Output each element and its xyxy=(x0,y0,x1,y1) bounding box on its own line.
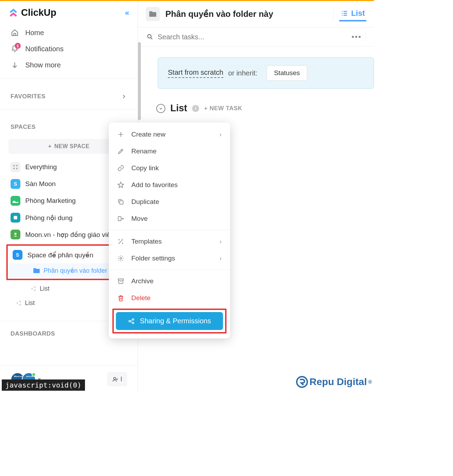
space-2-label: Phòng Marketing xyxy=(25,197,76,205)
menu-rename[interactable]: Rename xyxy=(109,143,230,160)
wand-icon xyxy=(117,238,125,245)
or-inherit-label: or inherit: xyxy=(228,69,257,77)
space-5-label: Space để phân quyền xyxy=(27,251,93,259)
bell-icon: 5 xyxy=(11,45,19,53)
list-1-label: List xyxy=(40,285,50,292)
more-actions-button[interactable]: ••• xyxy=(348,32,366,41)
status-circle-icon xyxy=(32,286,36,291)
svg-point-2 xyxy=(16,165,18,166)
list-section: List i + NEW TASK xyxy=(138,89,374,114)
nav-show-more[interactable]: Show more xyxy=(0,57,138,73)
space-avatar: S xyxy=(13,250,22,260)
menu-duplicate-label: Duplicate xyxy=(131,198,159,206)
svg-rect-5 xyxy=(14,216,17,219)
folder-chip-icon[interactable] xyxy=(146,7,160,21)
favorites-section-header[interactable]: FAVORITES xyxy=(0,85,138,104)
watermark-text: Repu Digital xyxy=(309,376,367,388)
menu-copy-link[interactable]: Copy link xyxy=(109,160,230,177)
chevron-right-icon: › xyxy=(219,131,222,138)
sidebar-collapse-button[interactable]: « xyxy=(125,8,129,18)
menu-move[interactable]: Move xyxy=(109,210,230,227)
status-circle-icon xyxy=(17,301,21,305)
star-icon xyxy=(117,181,125,189)
nav-notifications-label: Notifications xyxy=(25,45,64,53)
menu-add-favorites[interactable]: Add to favorites xyxy=(109,177,230,193)
menu-divider xyxy=(109,270,230,270)
home-icon xyxy=(11,28,19,37)
new-task-button[interactable]: + NEW TASK xyxy=(204,105,242,112)
menu-archive-label: Archive xyxy=(131,277,153,285)
list-header: List i + NEW TASK xyxy=(156,103,366,114)
statuses-dropdown[interactable]: Statuses xyxy=(267,65,307,81)
archive-icon xyxy=(117,278,125,285)
chevron-right-icon xyxy=(121,93,127,100)
online-indicator-icon xyxy=(32,372,36,377)
menu-divider xyxy=(109,230,230,230)
menu-delete[interactable]: Delete xyxy=(109,290,230,306)
folder-label: Phân quyền vào folder xyxy=(44,267,107,275)
folder-icon xyxy=(33,267,40,274)
menu-move-label: Move xyxy=(131,215,147,223)
svg-point-7 xyxy=(113,377,116,379)
menu-create-new[interactable]: Create new › xyxy=(109,126,230,143)
clickup-logo-icon xyxy=(8,8,18,18)
svg-point-16 xyxy=(297,377,307,387)
menu-duplicate[interactable]: Duplicate xyxy=(109,193,230,210)
menu-sharing-label: Sharing & Permissions xyxy=(140,317,211,325)
favorites-label: FAVORITES xyxy=(11,93,46,100)
registered-mark: ® xyxy=(368,379,372,385)
search-tasks[interactable] xyxy=(146,33,343,41)
list-icon xyxy=(341,9,348,17)
plus-icon: + xyxy=(48,143,52,150)
menu-templates-label: Templates xyxy=(131,238,162,245)
move-icon xyxy=(117,215,125,222)
info-icon[interactable]: i xyxy=(192,105,199,112)
repu-logo-icon xyxy=(296,376,308,388)
menu-folder-settings[interactable]: Folder settings › xyxy=(109,250,230,267)
nav-show-more-label: Show more xyxy=(25,61,61,69)
watermark: Repu Digital® xyxy=(296,376,372,388)
svg-point-1 xyxy=(13,165,15,166)
nav-home[interactable]: Home xyxy=(0,25,138,41)
dashboards-label: DASHBOARDS xyxy=(11,330,55,337)
pencil-icon xyxy=(117,148,125,155)
space-avatar xyxy=(11,213,20,223)
folder-context-menu: Create new › Rename Copy link Add to fav… xyxy=(109,123,230,338)
divider xyxy=(0,109,138,110)
menu-create-new-label: Create new xyxy=(131,131,165,138)
svg-rect-9 xyxy=(120,201,123,204)
start-from-scratch-link[interactable]: Start from scratch xyxy=(168,68,223,78)
toolbar-row: ••• xyxy=(138,27,374,47)
menu-copy-link-label: Copy link xyxy=(131,164,159,172)
menu-templates[interactable]: Templates › xyxy=(109,233,230,250)
invite-label: I xyxy=(120,376,122,383)
share-icon xyxy=(128,318,135,325)
search-icon xyxy=(146,33,153,40)
space-1-label: Sàn Moon xyxy=(25,180,56,188)
link-icon xyxy=(117,165,125,172)
arrow-down-icon xyxy=(11,61,19,69)
nav-notifications[interactable]: 5 Notifications xyxy=(0,41,138,57)
svg-rect-10 xyxy=(118,217,121,221)
collapse-toggle-icon[interactable] xyxy=(156,104,165,113)
scrollbar-thumb[interactable] xyxy=(138,42,141,120)
chevron-right-icon: › xyxy=(219,238,222,245)
invite-button[interactable]: I xyxy=(107,372,127,386)
menu-archive[interactable]: Archive xyxy=(109,273,230,290)
tab-list-label: List xyxy=(351,9,365,18)
brand-name: ClickUp xyxy=(21,7,57,18)
search-input[interactable] xyxy=(158,33,343,41)
plus-icon xyxy=(117,131,125,138)
menu-sharing-permissions[interactable]: Sharing & Permissions xyxy=(116,312,223,330)
svg-point-3 xyxy=(13,168,15,169)
sidebar-header: ClickUp « xyxy=(0,1,138,25)
list-2-label: List xyxy=(25,299,35,307)
sharing-button-annotation: Sharing & Permissions xyxy=(112,309,226,333)
svg-rect-12 xyxy=(118,279,124,280)
tab-list-view[interactable]: List xyxy=(339,7,366,21)
menu-add-favorites-label: Add to favorites xyxy=(131,181,178,189)
status-inherit-banner: Start from scratch or inherit: Statuses xyxy=(158,57,374,89)
space-avatar: S xyxy=(11,179,20,189)
duplicate-icon xyxy=(117,198,125,205)
brand-logo[interactable]: ClickUp xyxy=(8,7,57,18)
